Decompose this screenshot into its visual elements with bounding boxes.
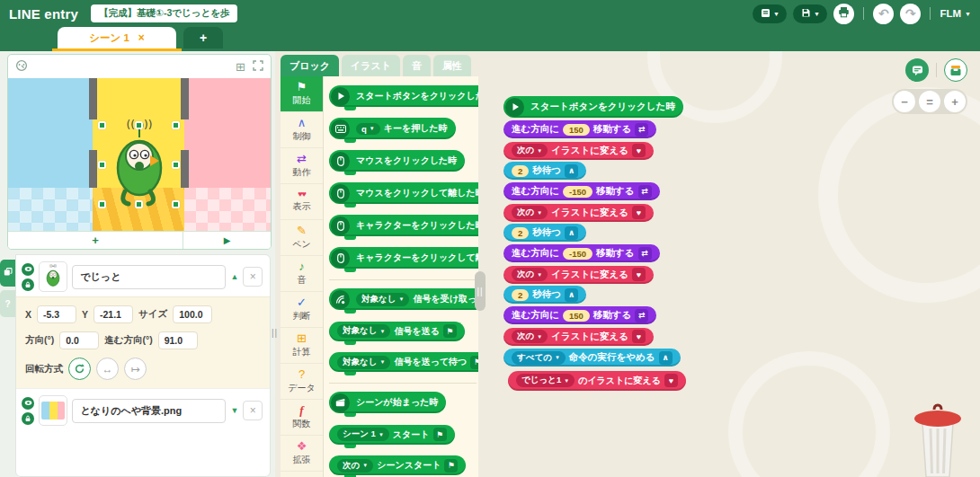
code-block[interactable]: キャラクターをクリックして離した時 [329,247,478,269]
code-block[interactable]: 対象なし▼信号を送って待つ⚑ [329,352,478,372]
y-value-field[interactable]: -21.1 [94,305,133,323]
code-block[interactable]: 進む方向に-150移動する⇄ [503,182,660,200]
code-block[interactable]: 次の▼イラストに変える♥ [503,142,654,160]
category-計算[interactable]: ⊞計算 [281,328,323,364]
expand-icon[interactable]: ▼ [230,406,238,415]
block-value-input[interactable]: 2 [512,227,529,239]
code-block[interactable]: シーン 1▼スタート⚑ [329,425,455,445]
add-scene-button[interactable]: + [183,27,223,49]
resize-handle[interactable] [172,161,180,169]
background-thumbnail[interactable] [39,395,67,426]
code-block[interactable]: シーンが始まった時 [329,392,446,413]
block-dropdown[interactable]: 次の▼ [512,268,548,281]
line-entry-logo[interactable]: LINE entry [9,6,78,22]
print-button[interactable] [833,4,854,24]
code-block[interactable]: すべての▼命令の実行をやめる∧ [503,349,681,367]
visibility-toggle[interactable] [22,263,34,276]
objects-tab[interactable] [0,260,15,287]
code-block[interactable]: スタートボタンをクリックした時 [329,85,478,107]
tab-attributes[interactable]: 属性 [433,55,471,76]
user-menu[interactable]: FLM ▼ [940,8,971,19]
code-block[interactable]: 2秒待つ∧ [503,162,586,180]
undo-button[interactable]: ↶ [873,4,894,24]
block-value-input[interactable]: 2 [512,165,529,177]
fullscreen-icon[interactable] [253,60,263,73]
code-workspace[interactable]: − = + スタートボタンをクリックした時進む方向に150移動する⇄次の▼イラス… [478,51,980,477]
x-value-field[interactable]: -5.3 [37,305,76,323]
add-object-button[interactable]: + [8,232,183,249]
lock-toggle[interactable] [22,278,34,291]
background-name-input[interactable] [72,399,226,423]
delete-object-button[interactable]: × [243,267,263,287]
direction-arrow[interactable] [150,155,159,166]
resize-handle[interactable] [135,200,143,208]
file-menu-button[interactable]: ▼ [753,4,787,23]
block-dropdown[interactable]: でじっと1▼ [516,374,575,387]
category-関数[interactable]: f関数 [281,400,323,436]
stage-canvas[interactable]: ((ω)) [8,78,271,231]
object-thumbnail[interactable]: ((ω)) [39,261,67,292]
category-拡張[interactable]: ❖拡張 [281,436,323,472]
palette-resize-handle[interactable]: || [475,271,486,311]
code-block[interactable]: q▼キーを押した時 [329,118,456,139]
scene-tab-1[interactable]: シーン 1 × [58,27,176,49]
zoom-in-button[interactable]: + [944,91,966,112]
code-block[interactable]: 2秒待つ∧ [503,224,586,242]
lock-toggle[interactable] [22,412,34,425]
code-block[interactable]: マウスをクリックした時 [329,150,465,172]
category-判断[interactable]: ✓判断 [281,292,323,328]
resize-handle[interactable] [98,121,106,129]
code-block[interactable]: 次の▼シーンスタート⚑ [329,455,466,475]
block-dropdown[interactable]: 次の▼ [337,459,373,473]
category-開始[interactable]: ⚑開始 [281,76,323,112]
code-block[interactable]: 次の▼イラストに変える♥ [503,328,654,346]
category-表示[interactable]: ♥♥表示 [281,184,323,220]
block-value-input[interactable]: -150 [563,248,592,260]
code-block[interactable]: 次の▼イラストに変える♥ [503,266,654,284]
code-block[interactable]: 2秒待つ∧ [503,286,586,304]
resize-handle[interactable] [172,121,180,129]
category-データ[interactable]: ?データ [281,364,323,400]
block-dropdown[interactable]: 次の▼ [512,144,548,157]
resize-handle[interactable] [98,161,106,169]
play-button[interactable]: ▶ [183,232,271,249]
scene-tab-close-icon[interactable]: × [138,31,145,44]
rotation-none-button[interactable]: ↦ [124,358,147,380]
resize-handle[interactable] [172,200,180,208]
code-block[interactable]: 次の▼イラストに変える♥ [503,204,654,222]
block-dropdown[interactable]: 対象なし▼ [356,293,409,306]
block-dropdown[interactable]: すべての▼ [512,351,566,365]
block-dropdown[interactable]: 対象なし▼ [337,356,390,369]
heading-value-field[interactable]: 91.0 [158,331,198,349]
tab-illustration[interactable]: イラスト [342,55,400,76]
rotation-free-button[interactable] [68,358,91,380]
block-dropdown[interactable]: 次の▼ [512,330,548,343]
grid-icon[interactable]: ⊞ [236,61,245,73]
code-block[interactable]: マウスをクリックして離した時 [329,182,478,204]
code-block[interactable]: 進む方向に-150移動する⇄ [503,244,660,262]
rotation-horizontal-button[interactable]: ↔ [96,358,119,380]
block-value-input[interactable]: -150 [563,186,592,198]
tab-sound[interactable]: 音 [403,55,431,76]
block-dropdown[interactable]: 対象なし▼ [337,324,390,338]
block-value-input[interactable]: 150 [563,310,590,322]
block-box-button[interactable] [944,58,967,82]
help-tab[interactable]: ? [0,290,15,317]
resize-handle[interactable] [135,121,143,129]
code-block[interactable]: 進む方向に150移動する⇄ [503,306,656,324]
block-value-input[interactable]: 150 [563,124,590,136]
block-dropdown[interactable]: q▼ [356,123,380,135]
tab-blocks[interactable]: ブロック [281,55,339,76]
size-value-field[interactable]: 100.0 [173,305,212,323]
category-音[interactable]: ♪音 [281,256,323,292]
panel-resize-handle[interactable]: || [272,328,278,338]
direction-value-field[interactable]: 0.0 [59,331,99,349]
category-動作[interactable]: ⇄動作 [281,148,323,184]
block-dropdown[interactable]: シーン 1▼ [337,428,389,441]
redo-button[interactable]: ↷ [900,4,921,24]
category-制御[interactable]: ∧制御 [281,112,323,148]
trash-can[interactable] [912,403,964,477]
block-value-input[interactable]: 2 [512,289,529,301]
collapse-icon[interactable]: ▲ [230,272,238,281]
category-line[interactable]: ● [281,472,323,477]
